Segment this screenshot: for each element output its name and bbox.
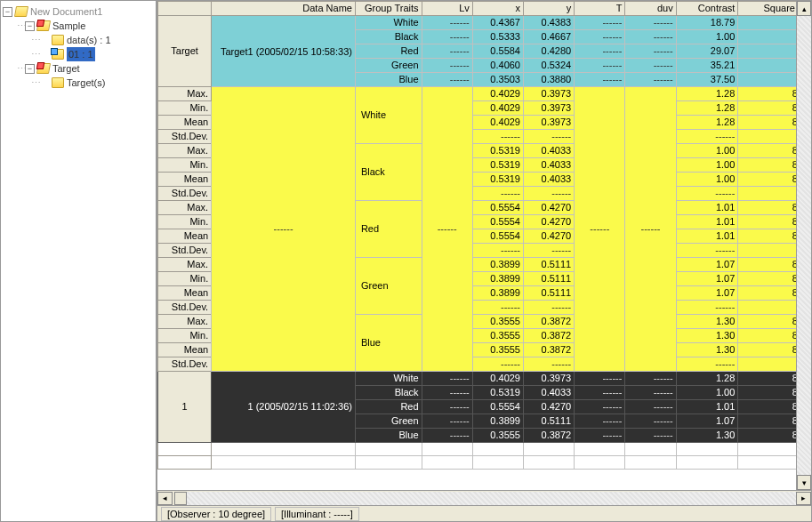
app-frame: − New Document1 ⋯−Sample⋯+data(s) : 1⋯+0… bbox=[0, 0, 812, 522]
column-header[interactable]: x bbox=[472, 2, 523, 16]
scroll-thumb[interactable] bbox=[174, 492, 187, 505]
cell: ------ bbox=[625, 30, 676, 44]
folder-icon bbox=[52, 35, 64, 45]
tree-root-label: New Document1 bbox=[30, 4, 102, 19]
scroll-track[interactable] bbox=[797, 16, 811, 475]
cell: Mean bbox=[158, 116, 212, 130]
cell: 84.21 bbox=[738, 329, 796, 343]
cell: ------ bbox=[422, 429, 472, 443]
cell: 1.01 bbox=[676, 400, 738, 414]
table-row[interactable]: TargetTarget1 (2005/02/15 10:58:33)White… bbox=[158, 16, 797, 30]
cell: 0.4383 bbox=[524, 16, 575, 30]
collapse-icon[interactable]: − bbox=[25, 21, 35, 31]
cell: 84.21 bbox=[738, 215, 796, 229]
cell: ------ bbox=[625, 400, 676, 414]
scroll-up-icon[interactable]: ▴ bbox=[797, 1, 811, 16]
cell bbox=[212, 443, 356, 456]
cell: 0.5319 bbox=[472, 173, 523, 187]
scroll-track[interactable] bbox=[187, 492, 796, 505]
column-header[interactable]: Data Name bbox=[212, 2, 356, 16]
cell: ------ bbox=[738, 59, 796, 73]
collapse-icon[interactable]: − bbox=[25, 64, 35, 74]
column-header[interactable] bbox=[158, 2, 212, 16]
scroll-right-icon[interactable]: ▸ bbox=[796, 492, 811, 505]
cell: 84.21 bbox=[738, 116, 796, 130]
cell: ------ bbox=[575, 429, 625, 443]
cell bbox=[422, 456, 472, 470]
cell bbox=[738, 456, 796, 470]
cell: ------ bbox=[738, 357, 796, 372]
cell: ------ bbox=[575, 73, 625, 87]
cell: 0.3973 bbox=[524, 87, 575, 101]
cell: Min. bbox=[158, 272, 212, 286]
cell: 84.21 bbox=[738, 386, 796, 400]
cell: 0.3555 bbox=[472, 315, 523, 329]
cell: ------ bbox=[212, 87, 356, 372]
cell: 0.4033 bbox=[524, 144, 575, 158]
cell: ------ bbox=[575, 400, 625, 414]
cell: 0.5111 bbox=[524, 272, 575, 286]
cell: ------ bbox=[422, 400, 472, 414]
cell: ------ bbox=[738, 244, 796, 258]
scroll-down-icon[interactable]: ▾ bbox=[797, 475, 811, 490]
cell: ------ bbox=[472, 357, 523, 372]
tree-item[interactable]: ⋯−Target bbox=[3, 61, 154, 76]
cell bbox=[158, 456, 212, 470]
table-row[interactable]: 11 (2005/02/15 11:02:36)White------0.402… bbox=[158, 372, 797, 386]
cell: 84.21 bbox=[738, 201, 796, 215]
cell: ------ bbox=[738, 44, 796, 59]
cell: ------ bbox=[422, 16, 472, 30]
column-header[interactable]: Group Traits bbox=[355, 2, 422, 16]
cell bbox=[472, 456, 523, 470]
cell: Std.Dev. bbox=[158, 130, 212, 144]
cell: ------ bbox=[422, 59, 472, 73]
cell bbox=[212, 456, 356, 470]
column-header[interactable]: y bbox=[524, 2, 575, 16]
vertical-scrollbar[interactable]: ▴ ▾ bbox=[796, 1, 811, 490]
cell: ------ bbox=[676, 130, 738, 144]
tree-item[interactable]: ⋯+01 : 1 bbox=[3, 47, 154, 61]
cell: ------ bbox=[625, 16, 676, 30]
tree-item-label: Sample bbox=[52, 19, 85, 33]
cell: ------ bbox=[676, 187, 738, 201]
cell: 1.00 bbox=[676, 30, 738, 44]
cell: 84.21 bbox=[738, 343, 796, 357]
collapse-icon[interactable]: − bbox=[3, 7, 12, 17]
cell bbox=[575, 456, 625, 470]
tree-item[interactable]: ⋯+Target(s) bbox=[3, 76, 154, 90]
cell: 1.01 bbox=[676, 229, 738, 244]
cell: Std.Dev. bbox=[158, 357, 212, 372]
tree-item[interactable]: ⋯+data(s) : 1 bbox=[3, 33, 154, 47]
cell: Max. bbox=[158, 258, 212, 272]
cell: 0.4270 bbox=[524, 400, 575, 414]
cell: Std.Dev. bbox=[158, 301, 212, 315]
cell: Std.Dev. bbox=[158, 187, 212, 201]
cell: 35.21 bbox=[676, 59, 738, 73]
data-grid[interactable]: Data NameGroup TraitsLvxyTduvContrastSqu… bbox=[157, 1, 796, 490]
cell: 0.3899 bbox=[472, 272, 523, 286]
scroll-left-icon[interactable]: ◂ bbox=[157, 492, 173, 505]
column-header[interactable]: T bbox=[575, 2, 625, 16]
column-header[interactable]: Square ratio bbox=[738, 2, 796, 16]
cell: 0.3973 bbox=[524, 116, 575, 130]
folder-icon bbox=[36, 63, 51, 74]
column-header[interactable]: Contrast bbox=[676, 2, 738, 16]
column-header[interactable]: Lv bbox=[422, 2, 472, 16]
tree-item[interactable]: ⋯−Sample bbox=[3, 19, 154, 33]
horizontal-scrollbar[interactable]: ◂ ▸ bbox=[157, 490, 811, 505]
cell: Green bbox=[355, 414, 422, 429]
cell: 0.5111 bbox=[524, 414, 575, 429]
cell: 0.5111 bbox=[524, 258, 575, 272]
column-header[interactable]: duv bbox=[625, 2, 676, 16]
folder-icon bbox=[52, 49, 64, 60]
cell: 1.28 bbox=[676, 101, 738, 116]
cell: ------ bbox=[738, 187, 796, 201]
cell: ------ bbox=[524, 301, 575, 315]
cell: 84.21 bbox=[738, 400, 796, 414]
cell: 84.21 bbox=[738, 258, 796, 272]
cell: ------ bbox=[524, 357, 575, 372]
table-row[interactable]: Max.------White------0.40290.3973-------… bbox=[158, 87, 797, 101]
cell: ------ bbox=[575, 44, 625, 59]
cell: 1.30 bbox=[676, 343, 738, 357]
tree-root[interactable]: − New Document1 bbox=[3, 4, 154, 19]
